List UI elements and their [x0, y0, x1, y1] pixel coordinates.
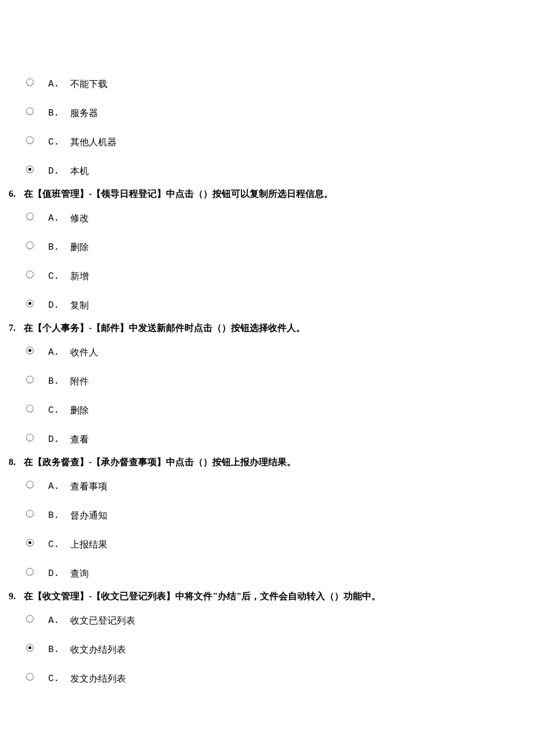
- radio-cell: [26, 139, 48, 146]
- option-letter: A.: [48, 213, 70, 224]
- option-letter: B.: [48, 645, 70, 655]
- radio-cell: [26, 646, 48, 654]
- option-letter: C.: [48, 405, 70, 416]
- radio-unselected-icon[interactable]: [26, 242, 34, 249]
- question-block: 9.在【收文管理】-【收文已登记列表】中将文件"办结"后，文件会自动转入（）功能…: [9, 588, 525, 693]
- question-header: 6.在【值班管理】-【领导日程登记】中点击（）按钮可以复制所选日程信息。: [9, 186, 525, 204]
- question-number: 7.: [9, 323, 24, 333]
- option-row: A.不能下载: [26, 70, 525, 99]
- radio-unselected-icon[interactable]: [26, 405, 34, 412]
- radio-cell: [26, 302, 48, 309]
- option-row: D.复制: [26, 291, 525, 320]
- option-text: 查询: [70, 568, 89, 580]
- option-letter: A.: [48, 481, 70, 492]
- radio-unselected-icon[interactable]: [26, 673, 34, 681]
- radio-unselected-icon[interactable]: [26, 78, 34, 86]
- radio-unselected-icon[interactable]: [26, 510, 34, 517]
- radio-unselected-icon[interactable]: [26, 481, 34, 488]
- option-letter: C.: [48, 539, 70, 550]
- option-row: A.收件人: [26, 338, 525, 367]
- radio-selected-icon[interactable]: [26, 347, 34, 354]
- question-number: 9.: [9, 591, 24, 602]
- question-block: 7.在【个人事务】-【邮件】中发送新邮件时点击（）按钮选择收件人。A.收件人B.…: [9, 320, 525, 454]
- radio-unselected-icon[interactable]: [26, 271, 34, 278]
- question-block: 6.在【值班管理】-【领导日程登记】中点击（）按钮可以复制所选日程信息。A.修改…: [9, 186, 525, 320]
- option-text: 不能下载: [70, 78, 107, 91]
- radio-selected-icon[interactable]: [26, 300, 34, 307]
- option-letter: B.: [48, 242, 70, 253]
- radio-cell: [26, 273, 48, 280]
- option-row: B.删除: [26, 233, 525, 262]
- option-row: A.查看事项: [26, 472, 525, 501]
- radio-selected-icon[interactable]: [26, 165, 34, 173]
- radio-cell: [26, 110, 48, 117]
- option-text: 上报结果: [70, 539, 107, 551]
- question-number: 8.: [9, 457, 24, 467]
- option-row: C.上报结果: [26, 530, 525, 559]
- question-text: 在【收文管理】-【收文已登记列表】中将文件"办结"后，文件会自动转入（）功能中。: [24, 591, 381, 603]
- option-letter: C.: [48, 271, 70, 282]
- radio-cell: [26, 378, 48, 386]
- question-block: 8.在【政务督查】-【承办督查事项】中点击（）按钮上报办理结果。A.查看事项B.…: [9, 454, 525, 588]
- option-row: C.删除: [26, 396, 525, 425]
- option-text: 查看事项: [70, 481, 107, 493]
- option-letter: B.: [48, 376, 70, 387]
- option-text: 收文已登记列表: [70, 615, 135, 627]
- radio-cell: [26, 512, 48, 520]
- option-row: C.新增: [26, 262, 525, 291]
- radio-cell: [26, 244, 48, 251]
- option-letter: D.: [48, 166, 70, 177]
- radio-cell: [26, 617, 48, 625]
- radio-cell: [26, 349, 48, 357]
- radio-cell: [26, 436, 48, 444]
- question-text: 在【个人事务】-【邮件】中发送新邮件时点击（）按钮选择收件人。: [24, 322, 305, 334]
- option-row: A.修改: [26, 204, 525, 233]
- option-row: A.收文已登记列表: [26, 606, 525, 635]
- option-list: A.修改B.删除C.新增D.复制: [9, 204, 525, 320]
- option-row: D.查看: [26, 425, 525, 454]
- option-row: B.收文办结列表: [26, 635, 525, 664]
- option-text: 其他人机器: [70, 136, 117, 149]
- option-letter: C.: [48, 674, 70, 684]
- option-text: 收文办结列表: [70, 644, 126, 656]
- option-letter: D.: [48, 300, 70, 311]
- option-list: A.不能下载B.服务器C.其他人机器D.本机: [9, 70, 525, 186]
- radio-cell: [26, 675, 48, 683]
- radio-cell: [26, 215, 48, 222]
- radio-selected-icon[interactable]: [26, 644, 34, 651]
- question-text: 在【政务督查】-【承办督查事项】中点击（）按钮上报办理结果。: [24, 456, 296, 469]
- option-text: 复制: [70, 300, 89, 312]
- option-letter: B.: [48, 510, 70, 521]
- option-text: 服务器: [70, 107, 98, 120]
- option-list: A.收件人B.附件C.删除D.查看: [9, 338, 525, 454]
- option-text: 附件: [70, 376, 89, 388]
- option-text: 发文办结列表: [70, 673, 126, 685]
- option-letter: D.: [48, 568, 70, 579]
- option-row: B.督办通知: [26, 501, 525, 530]
- radio-unselected-icon[interactable]: [26, 568, 34, 575]
- radio-unselected-icon[interactable]: [26, 376, 34, 383]
- question-header: 9.在【收文管理】-【收文已登记列表】中将文件"办结"后，文件会自动转入（）功能…: [9, 588, 525, 606]
- option-list: A.查看事项B.督办通知C.上报结果D.查询: [9, 472, 525, 588]
- quiz-page: A.不能下载B.服务器C.其他人机器D.本机6.在【值班管理】-【领导日程登记】…: [0, 0, 534, 756]
- radio-cell: [26, 541, 48, 549]
- question-header: 7.在【个人事务】-【邮件】中发送新邮件时点击（）按钮选择收件人。: [9, 320, 525, 338]
- option-text: 督办通知: [70, 510, 107, 522]
- radio-unselected-icon[interactable]: [26, 434, 34, 441]
- radio-unselected-icon[interactable]: [26, 213, 34, 220]
- radio-cell: [26, 483, 48, 491]
- radio-unselected-icon[interactable]: [26, 136, 34, 144]
- question-number: 6.: [9, 189, 24, 199]
- option-row: D.本机: [26, 157, 525, 186]
- radio-unselected-icon[interactable]: [26, 615, 34, 622]
- option-row: B.服务器: [26, 99, 525, 128]
- option-row: B.附件: [26, 367, 525, 396]
- option-row: C.其他人机器: [26, 128, 525, 157]
- radio-cell: [26, 168, 48, 175]
- option-list: A.收文已登记列表B.收文办结列表C.发文办结列表: [9, 606, 525, 693]
- option-letter: B.: [48, 108, 70, 118]
- option-text: 删除: [70, 242, 89, 254]
- radio-unselected-icon[interactable]: [26, 107, 34, 115]
- option-row: C.发文办结列表: [26, 664, 525, 693]
- radio-selected-icon[interactable]: [26, 539, 34, 546]
